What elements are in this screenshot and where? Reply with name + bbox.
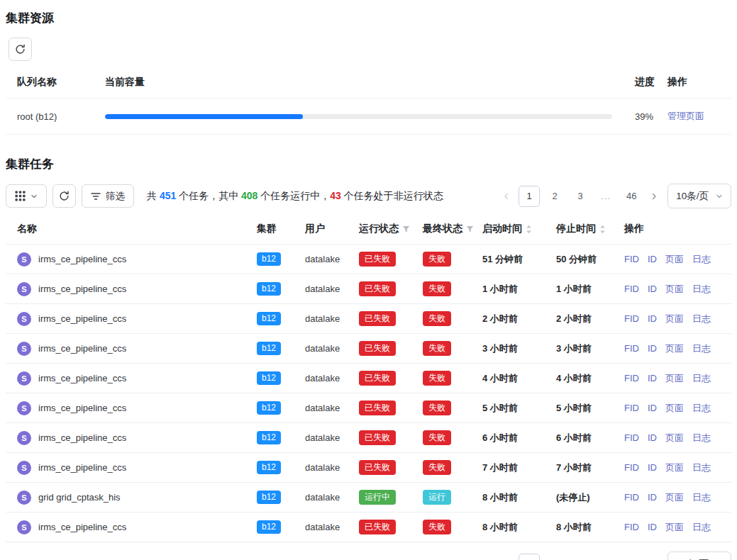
page-link[interactable]: 页面 <box>665 492 684 503</box>
filter-button[interactable]: 筛选 <box>82 184 134 208</box>
page-link[interactable]: 页面 <box>665 284 684 294</box>
log-link[interactable]: 日志 <box>692 343 711 354</box>
fid-link[interactable]: FID <box>624 403 639 413</box>
fid-link[interactable]: FID <box>624 462 639 473</box>
col-name: 名称 <box>6 215 245 245</box>
col-progress: 进度 <box>624 67 656 99</box>
progress-bar-fill <box>105 114 303 119</box>
fid-link[interactable]: FID <box>624 343 639 354</box>
refresh-icon <box>15 44 26 55</box>
resources-header-row: 队列名称 当前容量 进度 操作 <box>6 67 731 99</box>
cluster-badge: b12 <box>257 401 281 415</box>
avatar: S <box>17 371 31 386</box>
final-status-badge: 失败 <box>423 341 451 356</box>
page-link[interactable]: 页面 <box>665 432 684 443</box>
log-link[interactable]: 日志 <box>692 492 711 503</box>
table-row: S irms_ce_pipeline_ccs b12 datalake 已失败 … <box>6 453 731 483</box>
start-time-cell: 1 小时前 <box>471 274 545 304</box>
start-time-cell: 2 小时前 <box>471 304 545 334</box>
page-link[interactable]: 页面 <box>665 403 684 413</box>
filter-funnel-icon[interactable] <box>402 225 410 233</box>
fid-link[interactable]: FID <box>624 492 639 503</box>
table-row: S grid grid_cptask_his b12 datalake 运行中 … <box>6 483 731 513</box>
pagination-page-2[interactable]: 2 <box>544 554 565 560</box>
avatar: S <box>17 401 31 415</box>
log-link[interactable]: 日志 <box>692 284 711 294</box>
id-link[interactable]: ID <box>648 432 657 443</box>
user-cell: datalake <box>294 393 348 423</box>
pagination-page-1[interactable]: 1 <box>519 186 540 207</box>
log-link[interactable]: 日志 <box>692 522 711 532</box>
page-size-select[interactable]: 10条/页 <box>667 551 731 560</box>
pagination-next-button[interactable] <box>646 554 662 560</box>
id-link[interactable]: ID <box>648 522 657 532</box>
pagination-page-2[interactable]: 2 <box>544 186 565 207</box>
page-link[interactable]: 页面 <box>665 522 684 532</box>
log-link[interactable]: 日志 <box>692 313 711 324</box>
row-actions: FIDID页面日志 <box>613 274 731 304</box>
tasks-refresh-button[interactable] <box>52 184 76 208</box>
final-status-badge: 失败 <box>423 460 451 475</box>
sorter-icon[interactable] <box>599 225 606 234</box>
user-cell: datalake <box>294 483 348 513</box>
pagination-page-46[interactable]: 46 <box>621 186 642 207</box>
log-link[interactable]: 日志 <box>692 432 711 443</box>
id-link[interactable]: ID <box>648 462 657 473</box>
col-resource-actions: 操作 <box>656 67 731 99</box>
resources-refresh-button[interactable] <box>9 38 32 61</box>
pagination-page-46[interactable]: 46 <box>621 554 642 560</box>
id-link[interactable]: ID <box>648 373 657 383</box>
avatar: S <box>17 252 31 267</box>
page-link[interactable]: 页面 <box>665 462 684 473</box>
fid-link[interactable]: FID <box>624 522 639 532</box>
run-status-badge: 已失败 <box>359 341 396 356</box>
stop-time-cell: 7 小时前 <box>545 453 613 483</box>
start-time-cell: 4 小时前 <box>471 364 545 393</box>
summary-nonrunning-count: 43 <box>330 190 341 201</box>
column-settings-button[interactable] <box>6 184 47 208</box>
fid-link[interactable]: FID <box>624 313 639 324</box>
col-queue-name: 队列名称 <box>6 67 94 99</box>
id-link[interactable]: ID <box>648 254 657 264</box>
fid-link[interactable]: FID <box>624 284 639 294</box>
page-link[interactable]: 页面 <box>665 343 684 354</box>
summary-text: 个任务，其中 <box>176 190 241 201</box>
pagination-page-1[interactable]: 1 <box>519 554 540 560</box>
user-cell: datalake <box>294 334 348 364</box>
log-link[interactable]: 日志 <box>692 373 711 383</box>
pagination-next-button[interactable] <box>646 186 662 206</box>
id-link[interactable]: ID <box>648 492 657 503</box>
id-link[interactable]: ID <box>648 403 657 413</box>
avatar: S <box>17 342 31 356</box>
page-link[interactable]: 页面 <box>665 313 684 324</box>
sorter-icon[interactable] <box>526 225 532 234</box>
col-start-time: 启动时间 <box>471 215 545 245</box>
log-link[interactable]: 日志 <box>692 403 711 413</box>
manage-page-link[interactable]: 管理页面 <box>667 111 704 121</box>
page-link[interactable]: 页面 <box>665 254 684 264</box>
filter-funnel-icon[interactable] <box>466 225 474 233</box>
queue-name-cell: root (b12) <box>6 99 94 135</box>
log-link[interactable]: 日志 <box>692 462 711 473</box>
fid-link[interactable]: FID <box>624 254 639 264</box>
task-name: irms_ce_pipeline_ccs <box>38 313 126 324</box>
page-link[interactable]: 页面 <box>665 373 684 383</box>
fid-link[interactable]: FID <box>624 373 639 383</box>
col-final-status-label: 最终状态 <box>423 223 462 235</box>
table-row: S irms_ce_pipeline_ccs b12 datalake 已失败 … <box>6 274 731 304</box>
pagination-prev-button[interactable] <box>499 554 514 560</box>
tasks-table: 名称 集群 用户 运行状态 最终状态 启动时间 停止时间 操作 <box>6 215 731 542</box>
id-link[interactable]: ID <box>648 284 657 294</box>
cluster-badge: b12 <box>257 252 281 266</box>
id-link[interactable]: ID <box>648 313 657 324</box>
page-size-select[interactable]: 10条/页 <box>667 184 731 208</box>
fid-link[interactable]: FID <box>624 432 639 443</box>
log-link[interactable]: 日志 <box>692 254 711 264</box>
avatar: S <box>17 282 31 296</box>
progress-bar <box>105 114 612 119</box>
pagination-prev-button[interactable] <box>499 186 514 206</box>
pagination-page-3[interactable]: 3 <box>570 554 591 560</box>
summary-running-count: 408 <box>241 190 257 201</box>
pagination-page-3[interactable]: 3 <box>570 186 591 207</box>
id-link[interactable]: ID <box>648 343 657 354</box>
